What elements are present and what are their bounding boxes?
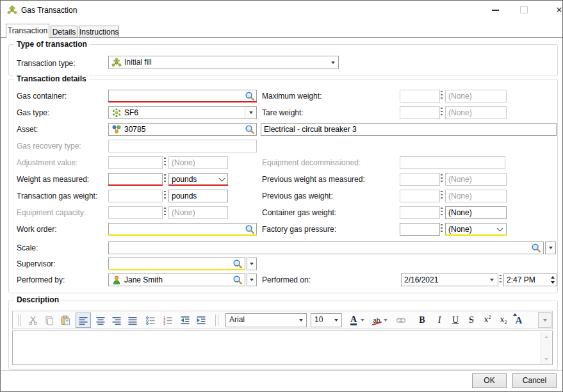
font-name-select[interactable]: Arial: [225, 313, 307, 327]
ok-button[interactable]: OK: [472, 373, 507, 388]
italic-button[interactable]: I: [432, 313, 447, 328]
toolbar-grip[interactable]: [18, 314, 21, 326]
cancel-button[interactable]: Cancel: [512, 373, 557, 388]
gas-transaction-window: Gas Transaction ✕ Transaction Details In…: [0, 0, 563, 392]
font-name-dropdown-button[interactable]: [296, 314, 306, 327]
search-icon[interactable]: [233, 259, 243, 269]
bold-button[interactable]: B: [414, 313, 430, 328]
time-spin-up[interactable]: [551, 276, 555, 279]
factory-gas-pressure-field[interactable]: [400, 223, 440, 236]
work-order-label: Work order:: [17, 224, 56, 234]
maximize-button[interactable]: [514, 1, 534, 19]
weight-unit-select[interactable]: pounds: [168, 173, 228, 186]
grow-font-button[interactable]: A: [511, 313, 526, 328]
supervisor-dropdown-button[interactable]: [247, 257, 257, 270]
font-name-value: Arial: [226, 314, 306, 326]
adjustment-value-spinner: [164, 158, 166, 167]
toolbar-grip[interactable]: [215, 314, 218, 326]
asset-value: 30785: [109, 124, 256, 135]
footer-divider: [1, 370, 562, 371]
align-right-button[interactable]: [109, 313, 124, 328]
gas-type-select[interactable]: SF6: [108, 106, 257, 119]
align-left-button[interactable]: [76, 313, 91, 328]
factory-gas-pressure-unit-select[interactable]: (None): [445, 223, 507, 236]
toolbar-overflow-button[interactable]: [538, 312, 551, 328]
molecule-icon: [111, 108, 122, 118]
container-gas-weight-field: [400, 206, 440, 219]
performed-on-date-field[interactable]: 2/16/2021: [401, 274, 498, 286]
work-order-field[interactable]: [108, 223, 257, 236]
minimize-button[interactable]: [485, 1, 505, 19]
asset-description-field: Electrical - circuit breaker 3: [261, 123, 557, 136]
chevron-down-icon: [334, 319, 338, 322]
link-button[interactable]: [393, 313, 409, 328]
scale-dropdown-button[interactable]: [545, 241, 556, 254]
paste-icon: [60, 315, 70, 325]
numbered-list-button[interactable]: 1 2 3: [160, 313, 175, 328]
asset-label: Asset:: [17, 124, 38, 135]
subscript-button[interactable]: x2: [496, 313, 511, 328]
transaction-type-select[interactable]: Initial fill: [108, 56, 339, 69]
asset-icon: [111, 124, 122, 135]
previous-weight-as-measured-field: [400, 173, 440, 186]
superscript-button[interactable]: x2: [480, 313, 495, 328]
transaction-gas-weight-unit: pounds: [169, 190, 227, 202]
molecule-icon: [111, 58, 122, 68]
gas-type-dropdown-button[interactable]: [245, 107, 256, 118]
scroll-up-button[interactable]: [541, 332, 551, 341]
search-icon[interactable]: [233, 275, 243, 285]
description-textarea[interactable]: [12, 331, 553, 365]
close-icon: ✕: [556, 5, 563, 15]
weight-as-measured-spinner[interactable]: [164, 174, 166, 184]
performed-on-time-field[interactable]: 2:47 PM: [503, 274, 557, 286]
font-size-dropdown-button[interactable]: [331, 314, 341, 327]
search-icon[interactable]: [245, 224, 255, 234]
strikethrough-button[interactable]: S: [464, 313, 479, 328]
maximum-weight-label: Maximum weight:: [262, 91, 322, 101]
performed-by-value: Jane Smith: [109, 274, 245, 286]
search-icon[interactable]: [531, 243, 541, 253]
transaction-type-dropdown-button[interactable]: [328, 56, 338, 69]
chevron-down-icon: [549, 247, 553, 249]
gas-container-field[interactable]: [108, 90, 257, 102]
underline-button[interactable]: U: [448, 313, 463, 328]
cut-button[interactable]: [26, 313, 41, 328]
justify-button[interactable]: [125, 313, 140, 328]
factory-gas-pressure-spinner[interactable]: [441, 224, 443, 234]
supervisor-field[interactable]: [108, 257, 245, 270]
time-spin-down[interactable]: [551, 281, 555, 284]
adjustment-value-unit-field: (None): [168, 156, 228, 169]
tare-weight-spinner[interactable]: [441, 108, 443, 117]
scale-field[interactable]: [108, 241, 544, 254]
align-left-icon: [78, 315, 88, 325]
font-size-select[interactable]: 10: [311, 313, 342, 327]
performed-by-dropdown-button[interactable]: [247, 274, 257, 286]
search-icon[interactable]: [245, 91, 255, 101]
subscript-icon: x2: [500, 315, 507, 325]
type-of-transaction-title: Type of transaction: [14, 40, 90, 49]
bullet-list-button[interactable]: [143, 313, 158, 328]
tab-instructions[interactable]: Instructions: [79, 26, 119, 38]
paste-button[interactable]: [58, 313, 73, 328]
decrease-indent-button[interactable]: [177, 313, 193, 328]
molecule-icon: [7, 5, 17, 15]
weight-as-measured-field[interactable]: [108, 173, 163, 186]
asset-field[interactable]: 30785: [108, 123, 257, 136]
equipment-capacity-field: [108, 206, 163, 219]
chevron-down-icon: [544, 358, 548, 361]
align-center-button[interactable]: [93, 313, 108, 328]
scroll-down-button[interactable]: [541, 354, 551, 364]
tab-transaction[interactable]: Transaction: [6, 24, 49, 38]
highlight-dropdown[interactable]: [382, 313, 389, 328]
increase-indent-button[interactable]: [193, 313, 209, 328]
close-button[interactable]: ✕: [551, 1, 563, 19]
italic-icon: I: [438, 316, 441, 325]
search-icon[interactable]: [245, 124, 255, 135]
tab-details[interactable]: Details: [51, 26, 78, 38]
font-color-dropdown[interactable]: [359, 313, 366, 328]
copy-button[interactable]: [42, 313, 57, 328]
description-scrollbar[interactable]: [541, 332, 551, 364]
grow-font-icon: A: [516, 316, 523, 325]
performed-by-field[interactable]: Jane Smith: [108, 274, 245, 286]
maximum-weight-spinner[interactable]: [441, 91, 443, 101]
